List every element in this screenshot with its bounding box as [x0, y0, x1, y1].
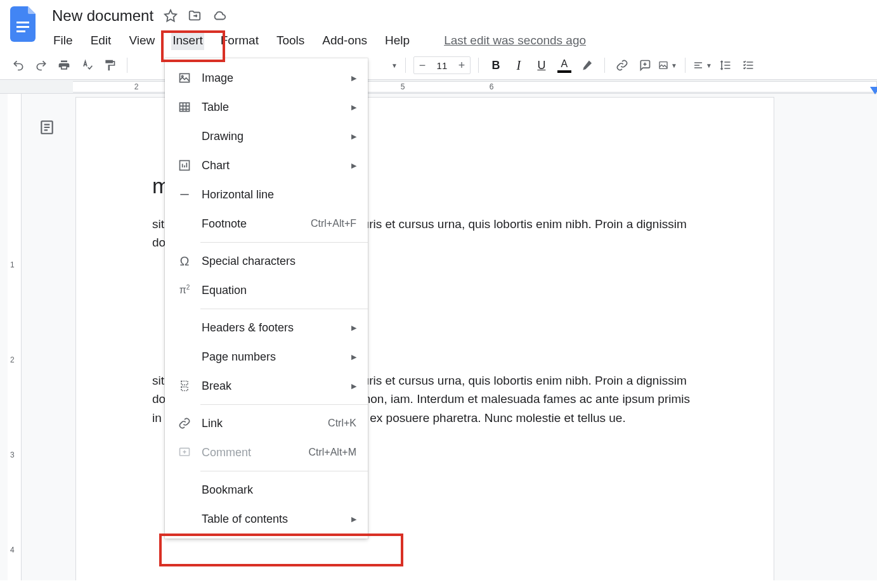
bold-button[interactable]: B — [486, 56, 505, 75]
insert-table-of-contents[interactable]: Table of contents▶ — [165, 504, 368, 534]
table-icon — [176, 101, 193, 113]
doc-title[interactable]: New document — [52, 7, 153, 25]
spellcheck-button[interactable] — [77, 56, 96, 75]
horizontal-ruler: 23456 — [0, 80, 877, 94]
print-button[interactable] — [55, 56, 74, 75]
right-indent-marker[interactable] — [870, 87, 877, 94]
insert-horizontal-line[interactable]: Horizontal line — [165, 180, 368, 209]
svg-rect-0 — [16, 22, 29, 23]
chart-icon — [176, 159, 193, 172]
svg-rect-2 — [16, 30, 25, 32]
submenu-caret-icon: ▶ — [351, 515, 356, 523]
line-spacing-button[interactable] — [716, 56, 735, 75]
menu-edit[interactable]: Edit — [89, 31, 113, 50]
menu-help[interactable]: Help — [384, 31, 411, 50]
insert-comment: CommentCtrl+Alt+M — [165, 438, 368, 467]
insert-headers-footers[interactable]: Headers & footers▶ — [165, 313, 368, 342]
move-icon[interactable] — [188, 9, 202, 23]
insert-equation[interactable]: π2Equation — [165, 276, 368, 305]
canvas: 1234 ment sit amet, consectetur adipisci… — [0, 94, 877, 580]
omega-icon: Ω — [176, 254, 193, 269]
menu-format[interactable]: Format — [219, 31, 260, 50]
vruler-num: 3 — [10, 451, 15, 459]
insert-chart[interactable]: Chart▶ — [165, 151, 368, 180]
svg-rect-1 — [16, 26, 29, 28]
font-size-decrease[interactable]: − — [414, 59, 431, 72]
submenu-caret-icon: ▶ — [351, 382, 356, 390]
font-size-increase[interactable]: + — [453, 59, 470, 72]
submenu-caret-icon: ▶ — [351, 132, 356, 141]
font-size-box: − 11 + — [413, 56, 471, 74]
insert-special-characters[interactable]: ΩSpecial characters — [165, 246, 368, 276]
insert-drawing[interactable]: Drawing▶ — [165, 122, 368, 151]
checklist-button[interactable] — [739, 56, 758, 75]
redo-button[interactable] — [32, 56, 51, 75]
toolbar: ▼ − 11 + B I U A ▼ ▼ — [0, 51, 877, 80]
insert-menu-dropdown: Image▶Table▶Drawing▶Chart▶Horizontal lin… — [165, 58, 368, 539]
add-comment-button[interactable] — [635, 56, 654, 75]
menu-add-ons[interactable]: Add-ons — [321, 31, 368, 50]
break-icon — [176, 380, 193, 392]
submenu-caret-icon: ▶ — [351, 162, 356, 170]
submenu-caret-icon: ▶ — [351, 74, 356, 82]
menu-view[interactable]: View — [127, 31, 156, 50]
vruler-num: 1 — [10, 260, 15, 269]
insert-link-button[interactable] — [613, 56, 632, 75]
pi-icon: π2 — [176, 284, 193, 296]
hr-icon — [176, 188, 193, 201]
svg-rect-7 — [180, 103, 190, 111]
undo-button[interactable] — [9, 56, 28, 75]
svg-point-6 — [181, 75, 183, 77]
highlight-button[interactable] — [578, 56, 597, 75]
menu-tools[interactable]: Tools — [275, 31, 306, 50]
underline-button[interactable]: U — [532, 56, 551, 75]
outline-toggle[interactable] — [22, 94, 72, 580]
vruler-num: 2 — [10, 355, 15, 364]
text-color-button[interactable]: A — [555, 56, 574, 75]
star-icon[interactable] — [164, 9, 178, 23]
submenu-caret-icon: ▶ — [351, 103, 356, 112]
ruler-num: 2 — [134, 82, 139, 91]
comment-icon — [176, 446, 193, 459]
link-icon — [176, 417, 193, 430]
docs-logo[interactable] — [10, 6, 38, 42]
insert-bookmark[interactable]: Bookmark — [165, 475, 368, 504]
ruler-num: 6 — [490, 82, 494, 91]
menu-file[interactable]: File — [52, 31, 74, 50]
italic-button[interactable]: I — [509, 56, 528, 75]
insert-break[interactable]: Break▶ — [165, 371, 368, 400]
insert-link[interactable]: LinkCtrl+K — [165, 409, 368, 438]
insert-table[interactable]: Table▶ — [165, 93, 368, 122]
menu-bar: FileEditViewInsertFormatToolsAdd-onsHelp… — [52, 30, 867, 51]
insert-page-numbers[interactable]: Page numbers▶ — [165, 342, 368, 371]
insert-footnote[interactable]: FootnoteCtrl+Alt+F — [165, 209, 368, 238]
cloud-status-icon[interactable] — [212, 9, 227, 23]
styles-dropdown-caret[interactable]: ▼ — [391, 62, 398, 69]
align-button[interactable]: ▼ — [693, 56, 712, 75]
font-size-value[interactable]: 11 — [431, 60, 453, 71]
submenu-caret-icon: ▶ — [351, 353, 356, 361]
image-icon — [176, 72, 193, 84]
submenu-caret-icon: ▶ — [351, 324, 356, 332]
menu-insert[interactable]: Insert — [171, 31, 204, 50]
insert-image[interactable]: Image▶ — [165, 63, 368, 93]
format-paint-button[interactable] — [100, 56, 119, 75]
vruler-num: 4 — [10, 546, 15, 554]
vertical-ruler: 1234 — [8, 94, 22, 580]
last-edit-link[interactable]: Last edit was seconds ago — [444, 34, 586, 48]
app-header: New document FileEditViewInsertFormatToo… — [0, 0, 877, 51]
ruler-num: 5 — [401, 82, 405, 91]
insert-image-button[interactable]: ▼ — [658, 56, 677, 75]
